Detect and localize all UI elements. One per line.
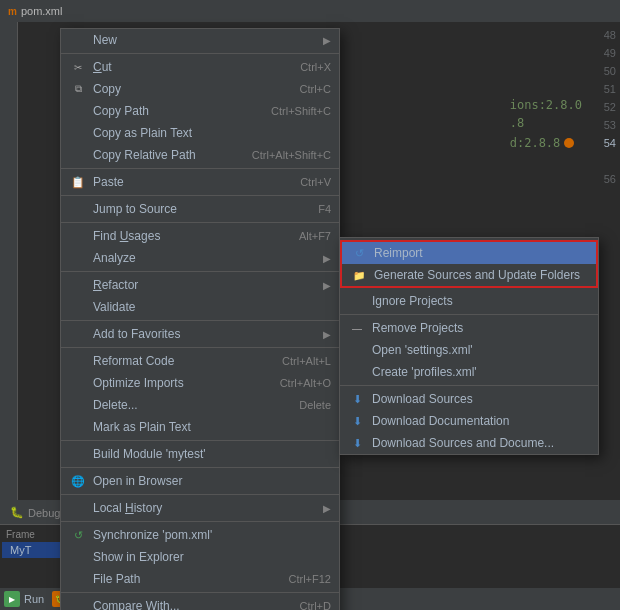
refactor-arrow: ▶ [323, 280, 331, 291]
find-usages-shortcut: Alt+F7 [299, 230, 331, 242]
menu-item-copy[interactable]: ⧉ Copy Ctrl+C [61, 78, 339, 100]
menu-item-copy-path[interactable]: Copy Path Ctrl+Shift+C [61, 100, 339, 122]
submenu-item-create-profiles-label: Create 'profiles.xml' [372, 365, 590, 379]
submenu-item-download-both-label: Download Sources and Docume... [372, 436, 590, 450]
reformat-shortcut: Ctrl+Alt+L [282, 355, 331, 367]
menu-item-open-browser-label: Open in Browser [93, 474, 331, 488]
menu-item-compare[interactable]: Compare With... Ctrl+D [61, 595, 339, 610]
menu-item-file-path-label: File Path [93, 572, 269, 586]
submenu-item-ignore-label: Ignore Projects [372, 294, 590, 308]
line-49: 49 [604, 44, 616, 62]
submenu-item-remove[interactable]: — Remove Projects [340, 317, 598, 339]
menu-item-reformat[interactable]: Reformat Code Ctrl+Alt+L [61, 350, 339, 372]
run-label: Run [24, 593, 44, 605]
sep-10 [61, 494, 339, 495]
menu-item-jump-source-label: Jump to Source [93, 202, 298, 216]
line-48: 48 [604, 26, 616, 44]
submenu-item-create-profiles[interactable]: Create 'profiles.xml' [340, 361, 598, 383]
menu-item-synchronize[interactable]: ↺ Synchronize 'pom.xml' [61, 524, 339, 546]
menu-item-favorites[interactable]: Add to Favorites ▶ [61, 323, 339, 345]
menu-item-copy-relative[interactable]: Copy Relative Path Ctrl+Alt+Shift+C [61, 144, 339, 166]
sep-8 [61, 440, 339, 441]
remove-icon: — [348, 323, 366, 334]
submenu-item-download-sources[interactable]: ⬇ Download Sources [340, 388, 598, 410]
line-52: 52 [604, 98, 616, 116]
menu-item-refactor[interactable]: Refactor ▶ [61, 274, 339, 296]
title-bar: m pom.xml [0, 0, 620, 22]
menu-item-refactor-label: Refactor [93, 278, 319, 292]
line-51: 51 [604, 80, 616, 98]
submenu-item-download-both[interactable]: ⬇ Download Sources and Docume... [340, 432, 598, 454]
menu-item-copy-relative-label: Copy Relative Path [93, 148, 232, 162]
line-56: 56 [604, 170, 616, 188]
run-button[interactable]: ▶ [4, 591, 20, 607]
menu-item-show-explorer[interactable]: Show in Explorer [61, 546, 339, 568]
line-53: 53 [604, 116, 616, 134]
sep-4 [61, 222, 339, 223]
sep-7 [61, 347, 339, 348]
menu-item-jump-source[interactable]: Jump to Source F4 [61, 198, 339, 220]
delete-shortcut: Delete [299, 399, 331, 411]
submenu-item-remove-label: Remove Projects [372, 321, 590, 335]
menu-item-copy-path-label: Copy Path [93, 104, 251, 118]
submenu-item-open-settings[interactable]: Open 'settings.xml' [340, 339, 598, 361]
menu-item-local-history-label: Local History [93, 501, 319, 515]
submenu-item-ignore[interactable]: Ignore Projects [340, 290, 598, 312]
submenu-item-download-docs-label: Download Documentation [372, 414, 590, 428]
menu-item-optimize[interactable]: Optimize Imports Ctrl+Alt+O [61, 372, 339, 394]
sync-icon: ↺ [69, 529, 87, 542]
menu-item-copy-plain-label: Copy as Plain Text [93, 126, 331, 140]
ide-background: m pom.xml 48 49 50 51 52 53 54 56 ions:2… [0, 0, 620, 610]
paste-shortcut: Ctrl+V [300, 176, 331, 188]
submenu-item-download-sources-label: Download Sources [372, 392, 590, 406]
menu-item-favorites-label: Add to Favorites [93, 327, 319, 341]
reimport-icon: ↺ [350, 247, 368, 260]
submenu: ↺ Reimport 📁 Generate Sources and Update… [339, 237, 599, 455]
menu-item-mark-plain[interactable]: Mark as Plain Text [61, 416, 339, 438]
copy-path-shortcut: Ctrl+Shift+C [271, 105, 331, 117]
menu-item-find-usages[interactable]: Find Usages Alt+F7 [61, 225, 339, 247]
menu-item-local-history[interactable]: Local History ▶ [61, 497, 339, 519]
line-numbers-area: 48 49 50 51 52 53 54 56 [590, 22, 620, 188]
compare-shortcut: Ctrl+D [300, 600, 331, 610]
sep-2 [61, 168, 339, 169]
menu-item-copy-label: Copy [93, 82, 280, 96]
menu-item-delete[interactable]: Delete... Delete [61, 394, 339, 416]
copy-shortcut: Ctrl+C [300, 83, 331, 95]
menu-item-paste[interactable]: 📋 Paste Ctrl+V [61, 171, 339, 193]
menu-item-analyze[interactable]: Analyze ▶ [61, 247, 339, 269]
menu-item-file-path[interactable]: File Path Ctrl+F12 [61, 568, 339, 590]
context-menu-overlay: New ▶ ✂ Cut Ctrl+X ⧉ Copy Ctrl+C Copy Pa… [60, 28, 340, 610]
download-sources-icon: ⬇ [348, 393, 366, 406]
download-both-icon: ⬇ [348, 437, 366, 450]
highlighted-red-border-group: ↺ Reimport 📁 Generate Sources and Update… [340, 240, 598, 288]
download-docs-icon: ⬇ [348, 415, 366, 428]
sep-6 [61, 320, 339, 321]
sep-11 [61, 521, 339, 522]
menu-item-cut[interactable]: ✂ Cut Ctrl+X [61, 56, 339, 78]
menu-item-compare-label: Compare With... [93, 599, 280, 610]
menu-item-mark-plain-label: Mark as Plain Text [93, 420, 331, 434]
menu-item-paste-label: Paste [93, 175, 280, 189]
menu-item-analyze-label: Analyze [93, 251, 319, 265]
analyze-arrow: ▶ [323, 253, 331, 264]
menu-item-optimize-label: Optimize Imports [93, 376, 260, 390]
sep-3 [61, 195, 339, 196]
submenu-item-reimport[interactable]: ↺ Reimport [342, 242, 596, 264]
submenu-item-gen-sources[interactable]: 📁 Generate Sources and Update Folders [342, 264, 596, 286]
sep-1 [61, 53, 339, 54]
submenu-item-reimport-label: Reimport [374, 246, 588, 260]
copy-icon: ⧉ [69, 83, 87, 95]
menu-item-copy-plain[interactable]: Copy as Plain Text [61, 122, 339, 144]
menu-item-synchronize-label: Synchronize 'pom.xml' [93, 528, 331, 542]
menu-item-build-module[interactable]: Build Module 'mytest' [61, 443, 339, 465]
line-54: 54 [604, 134, 616, 152]
file-path-shortcut: Ctrl+F12 [289, 573, 332, 585]
menu-item-open-browser[interactable]: 🌐 Open in Browser [61, 470, 339, 492]
submenu-item-gen-sources-label: Generate Sources and Update Folders [374, 268, 588, 282]
cut-shortcut: Ctrl+X [300, 61, 331, 73]
menu-item-new[interactable]: New ▶ [61, 29, 339, 51]
submenu-sep-2 [340, 385, 598, 386]
menu-item-validate[interactable]: Validate [61, 296, 339, 318]
submenu-item-download-docs[interactable]: ⬇ Download Documentation [340, 410, 598, 432]
